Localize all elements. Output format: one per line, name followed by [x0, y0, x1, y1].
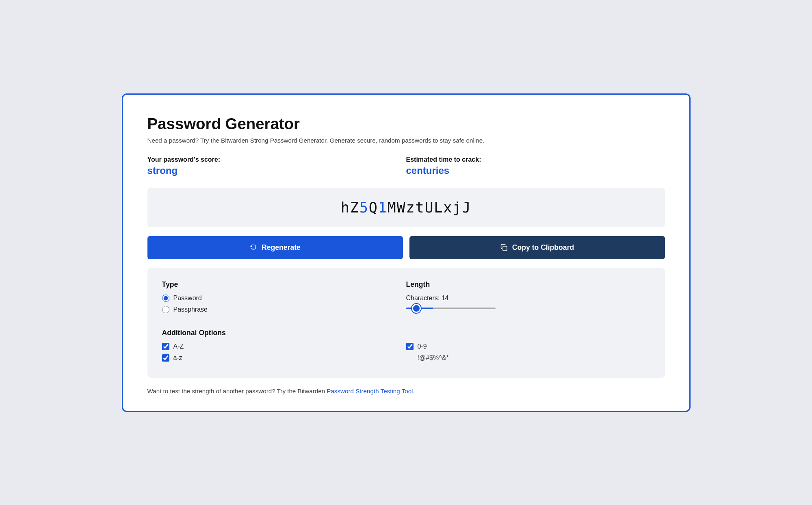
password-prefix: hZ	[341, 199, 359, 216]
checkbox-numbers-item[interactable]: 0-9	[406, 343, 650, 350]
checkbox-az-upper-label: A-Z	[173, 343, 184, 350]
type-section: Type Password Passphrase	[162, 280, 406, 317]
page-container: Password Generator Need a password? Try …	[122, 93, 691, 412]
crack-time-block: Estimated time to crack: centuries	[406, 156, 665, 176]
radio-passphrase-label: Passphrase	[173, 306, 208, 313]
length-section: Length Characters: 14	[406, 280, 650, 317]
slider-wrapper	[406, 308, 650, 309]
additional-options-right: ​ 0-9 !@#$%^&*	[406, 329, 650, 366]
action-buttons: Regenerate Copy to Clipboard	[147, 236, 665, 259]
regenerate-label: Regenerate	[262, 243, 301, 252]
footer-link[interactable]: Password Strength Testing Tool	[327, 388, 413, 394]
checkbox-az-lower[interactable]	[162, 354, 169, 362]
radio-passphrase-item[interactable]: Passphrase	[162, 306, 406, 313]
checkbox-az-lower-item[interactable]: a-z	[162, 354, 406, 362]
password-middle-1: Q	[369, 199, 378, 216]
regenerate-button[interactable]: Regenerate	[147, 236, 403, 259]
copy-button[interactable]: Copy to Clipboard	[409, 236, 665, 259]
characters-label: Characters: 14	[406, 295, 650, 302]
footer-text-before: Want to test the strength of another pas…	[147, 388, 327, 394]
checkbox-az-upper-item[interactable]: A-Z	[162, 343, 406, 350]
radio-passphrase[interactable]	[162, 306, 169, 313]
special-chars-label: !@#$%^&*	[406, 354, 650, 362]
radio-password-item[interactable]: Password	[162, 295, 406, 302]
password-display: hZ5Q1MWztULxjJ	[147, 188, 665, 227]
footer: Want to test the strength of another pas…	[147, 388, 665, 394]
page-subtitle: Need a password? Try the Bitwarden Stron…	[147, 137, 665, 144]
options-top-row: Type Password Passphrase Length Characte…	[162, 280, 650, 317]
svg-rect-0	[503, 246, 507, 251]
type-label: Type	[162, 280, 406, 289]
radio-password[interactable]	[162, 295, 169, 302]
password-score-block: Your password's score: strong	[147, 156, 406, 176]
checkbox-az-lower-label: a-z	[173, 354, 182, 362]
copy-label: Copy to Clipboard	[512, 243, 574, 252]
score-value: strong	[147, 165, 406, 176]
score-label: Your password's score:	[147, 156, 406, 163]
crack-value: centuries	[406, 165, 665, 176]
checkbox-numbers[interactable]	[406, 343, 414, 350]
crack-label: Estimated time to crack:	[406, 156, 665, 163]
regenerate-icon	[249, 243, 258, 251]
options-panel: Type Password Passphrase Length Characte…	[147, 268, 665, 378]
password-suffix: MWztULxjJ	[388, 199, 472, 216]
score-row: Your password's score: strong Estimated …	[147, 156, 665, 176]
checkbox-numbers-label: 0-9	[418, 343, 427, 350]
copy-icon	[500, 243, 508, 251]
password-highlight-1: 5	[359, 199, 369, 216]
additional-label: Additional Options	[162, 329, 406, 337]
password-highlight-2: 1	[378, 199, 388, 216]
radio-password-label: Password	[173, 295, 202, 302]
length-label: Length	[406, 280, 650, 289]
additional-options-left: Additional Options A-Z a-z	[162, 329, 406, 366]
length-slider[interactable]	[406, 308, 496, 309]
options-bottom-row: Additional Options A-Z a-z ​ 0-9 !@#$%^&…	[162, 329, 650, 366]
footer-text-after: .	[413, 388, 414, 394]
checkbox-az-upper[interactable]	[162, 343, 169, 350]
page-title: Password Generator	[147, 115, 665, 133]
